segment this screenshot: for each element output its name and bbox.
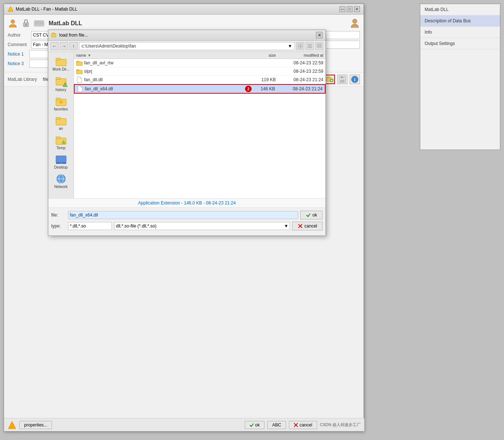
view-button-2[interactable] xyxy=(306,42,314,50)
view-button-1[interactable] xyxy=(296,42,304,50)
bottom-cancel-button[interactable]: cancel xyxy=(289,421,317,429)
close-button[interactable]: ✕ xyxy=(354,6,360,12)
sidebar-item-desktop[interactable]: Desktop xyxy=(50,153,72,171)
bottom-ok-label: ok xyxy=(255,422,260,428)
svg-rect-13 xyxy=(42,23,43,25)
dialog-toolbar: ← → ↑ c:\Users\Admin\Desktop\fan ▼ xyxy=(48,41,326,52)
table-row[interactable]: fan_dll_avl_rtw 08-24-23 22:59 xyxy=(74,59,326,67)
minimize-button[interactable]: — xyxy=(339,6,345,12)
type-filter-input[interactable] xyxy=(68,222,112,230)
bottom-right: ok ABC cancel CSDN @人间迷步工厂 xyxy=(245,421,361,429)
svg-rect-12 xyxy=(40,23,41,25)
cancel-button[interactable]: cancel xyxy=(292,222,323,230)
maximize-button[interactable]: □ xyxy=(347,6,353,12)
file-info-bar: Application Extension - 146.0 KB - 08-24… xyxy=(48,198,326,208)
table-row[interactable]: fan_dll.dll 119 KB 08-24-23 21:24 xyxy=(74,76,326,84)
svg-rect-22 xyxy=(340,80,345,82)
folder-icon-row0 xyxy=(76,60,83,66)
svg-rect-52 xyxy=(56,137,60,139)
right-panel-item-output[interactable]: Output Settings xyxy=(420,38,500,49)
file-browser: Work Dir... history xyxy=(48,52,326,198)
lock-icon xyxy=(21,18,31,29)
notice1-label: Notice 1 xyxy=(8,52,28,57)
info-button[interactable]: i xyxy=(350,75,360,84)
table-row[interactable]: slprj 08-24-23 22:59 xyxy=(74,67,326,76)
up-button[interactable]: ↑ xyxy=(69,42,78,50)
properties-button[interactable]: properties... xyxy=(19,421,52,429)
col-size-header: size xyxy=(247,53,276,57)
svg-rect-56 xyxy=(60,162,63,164)
file-name-input[interactable] xyxy=(68,211,298,219)
path-combo[interactable]: c:\Users\Admin\Desktop\fan ▼ xyxy=(79,42,295,50)
svg-rect-40 xyxy=(321,46,322,48)
svg-rect-49 xyxy=(56,119,66,125)
dialog-title-left: load from file... xyxy=(51,32,88,38)
right-panel-item-matlab[interactable]: MatLab DLL xyxy=(420,4,500,15)
type-dropdown[interactable]: dll,*.so-file (*.dll,*.so) ▼ xyxy=(114,222,290,230)
file-icon-row3 xyxy=(77,86,83,92)
svg-rect-31 xyxy=(301,46,303,49)
view-button-3[interactable] xyxy=(315,42,323,50)
desktop-label: Desktop xyxy=(54,165,68,169)
file-name-1: slprj xyxy=(84,69,247,74)
abc-button[interactable]: ABC xyxy=(267,421,286,429)
favorites-folder-icon xyxy=(55,96,67,106)
title-bar-left: MatLab DLL - Fan - Matlab DLL xyxy=(8,6,77,12)
svg-rect-16 xyxy=(327,77,330,78)
notice3-label: Notice 3 xyxy=(8,61,28,66)
favorites-label: favorites xyxy=(54,107,68,111)
path-dropdown-arrow: ▼ xyxy=(288,44,292,49)
right-panel: MatLab DLL Description of Data Bus Info … xyxy=(420,4,500,150)
sidebar-item-favorites[interactable]: favorites xyxy=(50,95,72,113)
dialog-file-row: file: ok xyxy=(51,211,323,219)
svg-rect-44 xyxy=(56,78,60,79)
header-top: MatLab DLL xyxy=(8,18,360,29)
ok-button[interactable]: ok xyxy=(300,211,323,219)
file-icon-row2 xyxy=(76,77,83,83)
svg-point-2 xyxy=(11,20,15,23)
svg-rect-34 xyxy=(308,47,312,48)
keyboard-icon xyxy=(34,18,44,29)
badge-2: 2 xyxy=(245,86,252,92)
svg-rect-50 xyxy=(56,117,60,119)
file-dialog: load from file... ✕ ← → ↑ c:\Users\Admin… xyxy=(48,30,326,236)
ok-label: ok xyxy=(312,213,317,218)
svg-rect-7 xyxy=(37,22,39,23)
sidebar-item-history[interactable]: history xyxy=(50,74,72,93)
svg-rect-32 xyxy=(308,44,312,45)
right-panel-item-info[interactable]: Info xyxy=(420,27,500,38)
load-file-button[interactable] xyxy=(325,75,335,84)
svg-rect-27 xyxy=(52,33,54,34)
sidebar-item-temp[interactable]: Temp xyxy=(50,133,72,151)
type-dropdown-arrow: ▼ xyxy=(284,223,288,229)
sidebar-item-network[interactable]: Network xyxy=(50,172,72,190)
title-controls: — □ ✕ xyxy=(339,6,360,12)
ok-check-icon xyxy=(306,213,311,218)
file-name-3: fan_dll_x64.dll xyxy=(85,86,246,91)
an-label: an xyxy=(59,127,63,131)
right-panel-item-description[interactable]: Description of Data Bus xyxy=(420,15,500,27)
author-label: Author xyxy=(8,33,30,38)
col-modified-header: modified at xyxy=(276,53,323,57)
back-button[interactable]: ← xyxy=(50,42,59,50)
file-sidebar: Work Dir... history xyxy=(48,52,74,198)
cancel-x-icon xyxy=(298,223,303,229)
file-label: file: xyxy=(51,213,66,218)
dialog-close-button[interactable]: ✕ xyxy=(316,32,323,38)
table-row-selected[interactable]: fan_dll_x64.dll 2 146 KB 08-24-23 21:24 xyxy=(74,84,326,94)
svg-rect-10 xyxy=(35,23,37,25)
dialog-title: load from file... xyxy=(59,33,88,38)
bottom-ok-button[interactable]: ok xyxy=(245,421,265,429)
title-bar: MatLab DLL - Fan - Matlab DLL — □ ✕ xyxy=(4,4,364,15)
forward-button[interactable]: → xyxy=(60,42,68,50)
dialog-bottom: file: ok type: dll,*.so-file (*.dll,*.so… xyxy=(48,208,326,236)
sidebar-item-workdir[interactable]: Work Dir... xyxy=(50,55,72,73)
sidebar-item-an[interactable]: an xyxy=(50,114,72,132)
svg-rect-33 xyxy=(308,46,312,46)
right-panel-description-label: Description of Data Bus xyxy=(425,18,471,23)
svg-text:i: i xyxy=(354,77,355,82)
file-list-header: name ▼ size modified at xyxy=(74,52,326,59)
window-title: MatLab DLL - Fan - Matlab DLL xyxy=(16,7,77,12)
history-label: history xyxy=(56,88,66,92)
save-button[interactable] xyxy=(337,75,347,84)
